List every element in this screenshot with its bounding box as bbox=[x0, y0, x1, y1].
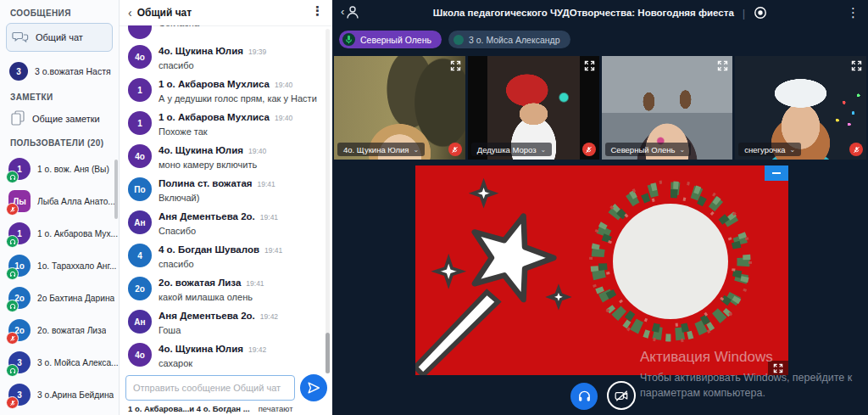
chat-scrollbar-thumb[interactable] bbox=[326, 333, 330, 373]
message-list[interactable]: Согласна 4о 4о. Щукина Юлия 19:39 спасиб… bbox=[120, 25, 326, 376]
avatar: 1о bbox=[8, 255, 31, 277]
chat-menu-icon[interactable]: ⋮ bbox=[311, 3, 324, 19]
message-author: 2о. вожатая Лиза bbox=[159, 277, 241, 289]
chat-back-button[interactable]: ‹ bbox=[128, 6, 132, 20]
chat-scrollbar-track[interactable] bbox=[326, 29, 330, 373]
record-button[interactable] bbox=[754, 6, 767, 20]
user-list-item[interactable]: 2о 2о Бахтина Дарина bbox=[0, 282, 119, 314]
sidebar-item-label: Общий чат bbox=[36, 32, 83, 42]
user-name-label: 1о. Тараххало Анг... bbox=[37, 261, 116, 271]
avatar: 3 bbox=[8, 384, 31, 406]
typing-names: 1 о. Акбарова...и 4 о. Богдан ... bbox=[128, 404, 250, 413]
avatar: 1 bbox=[8, 158, 31, 180]
avatar: 2о bbox=[128, 277, 152, 300]
audio-device-button[interactable] bbox=[570, 383, 598, 410]
listening-badge-icon bbox=[6, 235, 19, 248]
message-body: 2о. вожатая Лиза 19:41 какой милашка оле… bbox=[159, 277, 264, 304]
video-tile[interactable]: Дедушка Мороз⌄ bbox=[468, 56, 599, 160]
chat-message: 4о 4о. Щукина Юлия 19:39 спасибо bbox=[128, 45, 326, 72]
user-name-label: 3 о.Арина Бейдина bbox=[37, 390, 114, 400]
participant-name[interactable]: 4о. Щукина Юлия⌄ bbox=[337, 143, 425, 156]
video-tile-strip: 4о. Щукина Юлия⌄ Дедушка Мороз⌄ Северный… bbox=[334, 56, 866, 160]
speaker-pill-secondary[interactable]: 3 о. Мойса Александр bbox=[448, 31, 570, 48]
minimize-button[interactable] bbox=[765, 165, 788, 181]
message-body: 4о. Щукина Юлия 19:39 спасибо bbox=[159, 45, 266, 72]
speaker-pill-active[interactable]: Северный Олень bbox=[339, 31, 442, 48]
user-list-item[interactable]: 1 1 о. вож. Аня (Вы) bbox=[0, 153, 119, 185]
presence-dot-icon bbox=[453, 35, 464, 45]
chat-panel: ‹ Общий чат ⋮ Согласна 4о 4о. Щукина Юли… bbox=[120, 0, 332, 415]
avatar: 4 bbox=[128, 244, 152, 267]
chat-message: 4о 4о. Щукина Юлия 19:42 сахарок bbox=[128, 343, 326, 370]
message-author: Аня Дементьева 2о. bbox=[159, 210, 255, 222]
message-body: Полина ст. вожатая 19:41 Включай) bbox=[159, 177, 275, 205]
message-text: какой милашка олень bbox=[159, 291, 264, 304]
conference-panel: ‹ Школа педагогического ЧУДОтворчества: … bbox=[332, 0, 868, 415]
sidebar-scrollbar[interactable] bbox=[114, 160, 118, 219]
sidebar-item-dm[interactable]: 3 3 о.вожатая Настя bbox=[8, 59, 113, 84]
conference-menu-icon[interactable]: ⋮ bbox=[847, 5, 860, 20]
chat-message: 1 1 о. Акбарова Мухлиса 19:40 А у дедушк… bbox=[128, 78, 326, 105]
user-name-label: Лыба Алла Анато... bbox=[37, 197, 115, 206]
user-name-label: 1 о. Акбарова Мух... bbox=[37, 229, 118, 238]
chat-message: Ан Аня Дементьева 2о. 19:42 Гоша bbox=[128, 310, 326, 337]
fullscreen-icon[interactable] bbox=[717, 60, 728, 71]
chat-message: 2о 2о. вожатая Лиза 19:41 какой милашка … bbox=[128, 277, 326, 304]
user-list: 1 1 о. вож. Аня (Вы) Лы Лыба Алла Анато.… bbox=[0, 153, 119, 411]
fullscreen-icon[interactable] bbox=[450, 60, 461, 71]
chat-message: 4 4 о. Богдан Шувалов 19:41 спасибо bbox=[128, 244, 326, 271]
video-tile[interactable]: Северный Олень⌄ bbox=[602, 56, 733, 160]
sidebar-item-label: 3 о.вожатая Настя bbox=[35, 66, 111, 76]
participant-name[interactable]: снегурочка⌄ bbox=[738, 143, 801, 156]
message-text: Спасибо bbox=[159, 225, 278, 238]
message-body: Аня Дементьева 2о. 19:41 Спасибо bbox=[159, 210, 278, 238]
chevron-down-icon: ⌄ bbox=[541, 146, 547, 154]
fullscreen-icon[interactable] bbox=[584, 60, 595, 71]
users-section-header: ПОЛЬЗОВАТЕЛИ (20) bbox=[10, 138, 119, 148]
windows-activation-line2: параметрам компьютера. bbox=[640, 387, 765, 399]
user-list-item[interactable]: 3 3 о.Арина Бейдина bbox=[0, 379, 119, 411]
avatar: 2о bbox=[8, 287, 31, 309]
message-time: 19:41 bbox=[260, 211, 278, 223]
mic-off-badge bbox=[448, 143, 462, 156]
avatar: Лы bbox=[8, 190, 31, 212]
message-body: 4о. Щукина Юлия 19:40 моно камеру включи… bbox=[159, 144, 266, 171]
message-time: 19:41 bbox=[246, 278, 264, 289]
chevron-down-icon: ⌄ bbox=[790, 146, 796, 154]
message-input[interactable] bbox=[125, 375, 295, 401]
muted-badge-icon bbox=[6, 396, 19, 409]
mic-off-badge bbox=[849, 143, 863, 156]
message-body: 4 о. Богдан Шувалов 19:41 спасибо bbox=[159, 244, 282, 271]
user-list-item[interactable]: Лы Лыба Алла Анато... bbox=[0, 185, 119, 217]
sidebar-item-general-chat[interactable]: Общий чат bbox=[6, 23, 113, 52]
message-time: 19:39 bbox=[248, 46, 266, 58]
video-tile[interactable]: снегурочка⌄ bbox=[735, 56, 866, 160]
headphones-icon bbox=[577, 390, 592, 403]
user-list-item[interactable]: 2о 2о. вожатая Лиза bbox=[0, 314, 119, 346]
user-list-item[interactable]: 3 3 о. Мойса Алекса... bbox=[0, 346, 119, 379]
user-list-item[interactable]: 1о 1о. Тараххало Анг... bbox=[0, 250, 119, 282]
notes-icon bbox=[11, 110, 25, 126]
chat-title: Общий чат bbox=[137, 7, 192, 19]
sidebar-item-shared-notes[interactable]: Общие заметки bbox=[9, 107, 113, 130]
user-name-label: 1 о. вож. Аня (Вы) bbox=[37, 165, 109, 174]
fullscreen-icon[interactable] bbox=[851, 60, 862, 71]
active-speakers-row: Северный Олень 3 о. Мойса Александр bbox=[339, 31, 570, 48]
user-list-item[interactable]: 1 1 о. Акбарова Мух... bbox=[0, 217, 119, 250]
chevron-down-icon: ⌄ bbox=[414, 146, 420, 154]
notes-section-header: ЗАМЕТКИ bbox=[10, 93, 119, 102]
participant-name[interactable]: Дедушка Мороз⌄ bbox=[471, 143, 553, 156]
sidebar-item-label: Общие заметки bbox=[32, 114, 100, 124]
message-body: Аня Дементьева 2о. 19:42 Гоша bbox=[159, 310, 278, 337]
message-time: 19:42 bbox=[248, 344, 266, 356]
participant-name[interactable]: Северный Олень⌄ bbox=[605, 143, 692, 156]
send-button[interactable] bbox=[300, 374, 327, 401]
avatar: По bbox=[128, 177, 152, 201]
message-author: 1 о. Акбарова Мухлиса bbox=[159, 111, 270, 123]
user-name-label: 2о. вожатая Лиза bbox=[37, 326, 106, 335]
camera-toggle-button[interactable] bbox=[607, 381, 636, 410]
magic-wand-graphic bbox=[415, 176, 581, 375]
avatar: 4о bbox=[128, 45, 152, 69]
video-tile[interactable]: 4о. Щукина Юлия⌄ bbox=[334, 56, 465, 160]
chat-message: Ан Аня Дементьева 2о. 19:41 Спасибо bbox=[128, 210, 326, 238]
